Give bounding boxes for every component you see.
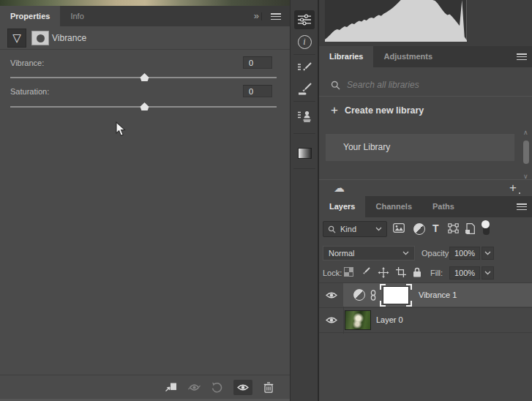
blend-row: Normal Opacity: 100% <box>319 244 532 263</box>
delete-adjustment-icon[interactable] <box>263 382 274 393</box>
saturation-value-input[interactable] <box>243 85 272 97</box>
histogram-zone <box>319 0 532 46</box>
search-icon <box>331 80 340 90</box>
kind-label: Kind <box>340 225 371 233</box>
dock-clone-source-icon[interactable] <box>294 107 315 126</box>
plus-dot <box>519 192 521 195</box>
tab-info[interactable]: Info <box>60 6 94 26</box>
blend-mode-dropdown[interactable]: Normal <box>323 246 415 261</box>
saturation-slider-thumb[interactable] <box>140 102 149 110</box>
fill-chevron-button[interactable] <box>482 266 494 280</box>
library-list-item[interactable]: Your Library <box>326 134 514 161</box>
filter-shape-layers-icon[interactable] <box>448 223 459 233</box>
layer-name[interactable]: Layer 0 <box>376 315 403 324</box>
layer-name[interactable]: Vibrance 1 <box>419 291 457 299</box>
view-previous-state-icon[interactable] <box>188 383 201 392</box>
layer-row-layer0[interactable]: Layer 0 <box>319 307 532 331</box>
library-item-label: Your Library <box>343 142 390 152</box>
row-highlight <box>343 308 532 331</box>
selection-corner <box>380 301 386 307</box>
properties-tabbar: Properties Info » <box>0 6 290 26</box>
panel-dock: i <box>290 0 318 401</box>
create-new-library-button[interactable]: + Create new library <box>331 105 424 116</box>
libraries-scrollbar[interactable]: ∧ ∨ <box>521 129 531 180</box>
vibrance-value-input[interactable] <box>243 56 272 69</box>
dock-brush-settings-icon[interactable] <box>294 59 315 78</box>
lock-artboard-icon[interactable] <box>396 267 406 277</box>
dock-properties-icon[interactable] <box>294 10 315 29</box>
libraries-tabbar: Libraries Adjustments <box>319 46 532 67</box>
opacity-label: Opacity: <box>422 249 451 258</box>
collapse-panel-icon[interactable]: » <box>254 10 258 21</box>
opacity-value[interactable]: 100% <box>449 247 480 260</box>
tab-channels[interactable]: Channels <box>365 196 422 217</box>
tab-properties[interactable]: Properties <box>0 6 60 26</box>
saturation-slider[interactable] <box>10 102 277 110</box>
adjustment-layer-thumbnail[interactable] <box>353 289 365 301</box>
mask-dot <box>37 34 45 42</box>
toggle-visibility-button[interactable] <box>233 380 252 395</box>
filter-pixel-layers-icon[interactable] <box>393 223 405 233</box>
adjustment-header: ▽ Vibrance <box>0 26 290 50</box>
filter-adjustment-layers-icon[interactable] <box>413 223 425 235</box>
tab-adjustments[interactable]: Adjustments <box>373 46 443 67</box>
layers-body: Kind T Normal Opacity: 100 <box>319 217 532 401</box>
opacity-chevron-button[interactable] <box>482 247 494 260</box>
divider <box>319 332 532 333</box>
mask-link-icon[interactable] <box>370 290 376 301</box>
divider <box>293 168 315 169</box>
create-new-library-label: Create new library <box>345 105 424 116</box>
dock-brushes-icon[interactable] <box>294 79 315 98</box>
histogram-shape <box>325 0 467 42</box>
chevron-down-icon <box>402 251 409 255</box>
scrollbar-thumb[interactable] <box>523 140 529 164</box>
layer-row-vibrance[interactable]: Vibrance 1 <box>319 282 532 307</box>
document-image-sliver <box>0 0 290 6</box>
cloud-sync-icon[interactable]: ☁ <box>334 181 345 195</box>
selection-corner <box>380 284 386 290</box>
plus-icon: + <box>509 181 517 195</box>
lock-transparent-pixels-icon[interactable] <box>344 267 353 277</box>
divider <box>293 133 315 134</box>
library-search-input[interactable] <box>347 77 515 93</box>
lock-all-icon[interactable] <box>413 267 422 277</box>
layer-mask-chip[interactable] <box>31 31 49 45</box>
layer-image-thumbnail[interactable] <box>345 310 371 330</box>
layer-filter-toggle[interactable] <box>482 220 490 236</box>
blend-mode-value: Normal <box>329 249 402 258</box>
layer-mask-thumbnail[interactable] <box>380 284 412 307</box>
libraries-menu-icon[interactable] <box>517 53 527 60</box>
info-icon: i <box>298 35 312 49</box>
scroll-up-icon[interactable]: ∧ <box>523 129 528 136</box>
toggle-knob <box>482 220 490 228</box>
adjustment-title: Vibrance <box>52 33 86 43</box>
type-icon: T <box>432 223 439 233</box>
layers-menu-icon[interactable] <box>517 203 527 210</box>
mask-thumbnail-white <box>383 286 409 304</box>
tab-libraries[interactable]: Libraries <box>319 46 373 67</box>
panel-menu-icon[interactable] <box>271 13 281 20</box>
mouse-cursor <box>116 121 127 137</box>
tab-layers[interactable]: Layers <box>319 196 365 217</box>
add-library-element-icon[interactable]: + <box>509 181 517 195</box>
clip-to-layer-icon[interactable] <box>165 382 177 392</box>
reset-adjustment-icon[interactable] <box>211 382 222 393</box>
filter-type-layers-icon[interactable]: T <box>432 223 439 233</box>
lock-position-icon[interactable] <box>378 267 389 278</box>
properties-footer-bar <box>0 375 290 399</box>
vibrance-slider-thumb[interactable] <box>140 73 149 81</box>
visibility-eye-icon[interactable] <box>326 316 337 324</box>
tab-paths[interactable]: Paths <box>422 196 465 217</box>
plus-icon: + <box>331 105 338 116</box>
vibrance-adjustment-icon[interactable]: ▽ <box>7 29 26 48</box>
layer-filter-kind-dropdown[interactable]: Kind <box>323 221 387 237</box>
dock-gradients-icon[interactable] <box>294 143 315 162</box>
dock-info-icon[interactable]: i <box>294 32 315 51</box>
adjustment-icon <box>413 223 425 235</box>
vibrance-slider[interactable] <box>10 72 277 81</box>
fill-value[interactable]: 100% <box>449 266 480 280</box>
lock-image-pixels-icon[interactable] <box>361 267 370 277</box>
visibility-eye-icon[interactable] <box>326 291 337 299</box>
properties-panel: Properties Info » ▽ Vibrance Vibrance: S… <box>0 0 290 401</box>
filter-smart-objects-icon[interactable] <box>465 223 475 234</box>
